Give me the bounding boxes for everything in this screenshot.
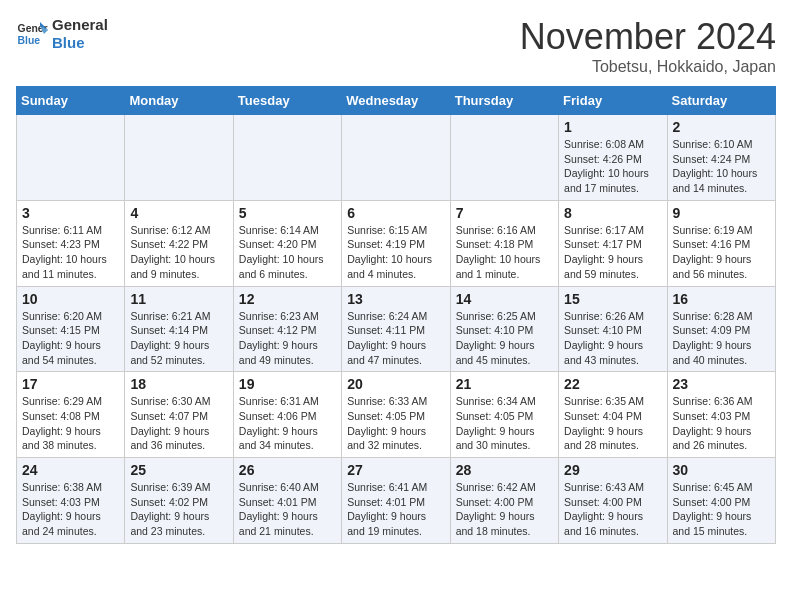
day-number: 15 bbox=[564, 291, 661, 307]
day-cell: 5Sunrise: 6:14 AM Sunset: 4:20 PM Daylig… bbox=[233, 200, 341, 286]
day-cell: 23Sunrise: 6:36 AM Sunset: 4:03 PM Dayli… bbox=[667, 372, 775, 458]
day-info: Sunrise: 6:25 AM Sunset: 4:10 PM Dayligh… bbox=[456, 309, 553, 368]
day-cell: 28Sunrise: 6:42 AM Sunset: 4:00 PM Dayli… bbox=[450, 458, 558, 544]
day-info: Sunrise: 6:30 AM Sunset: 4:07 PM Dayligh… bbox=[130, 394, 227, 453]
title-block: November 2024 Tobetsu, Hokkaido, Japan bbox=[520, 16, 776, 76]
svg-text:Blue: Blue bbox=[18, 35, 41, 46]
day-number: 22 bbox=[564, 376, 661, 392]
day-info: Sunrise: 6:29 AM Sunset: 4:08 PM Dayligh… bbox=[22, 394, 119, 453]
day-cell: 25Sunrise: 6:39 AM Sunset: 4:02 PM Dayli… bbox=[125, 458, 233, 544]
day-info: Sunrise: 6:15 AM Sunset: 4:19 PM Dayligh… bbox=[347, 223, 444, 282]
day-cell: 4Sunrise: 6:12 AM Sunset: 4:22 PM Daylig… bbox=[125, 200, 233, 286]
day-info: Sunrise: 6:21 AM Sunset: 4:14 PM Dayligh… bbox=[130, 309, 227, 368]
day-cell bbox=[17, 115, 125, 201]
day-info: Sunrise: 6:16 AM Sunset: 4:18 PM Dayligh… bbox=[456, 223, 553, 282]
logo-general: General bbox=[52, 16, 108, 34]
day-number: 30 bbox=[673, 462, 770, 478]
day-info: Sunrise: 6:34 AM Sunset: 4:05 PM Dayligh… bbox=[456, 394, 553, 453]
week-row-3: 10Sunrise: 6:20 AM Sunset: 4:15 PM Dayli… bbox=[17, 286, 776, 372]
day-cell: 7Sunrise: 6:16 AM Sunset: 4:18 PM Daylig… bbox=[450, 200, 558, 286]
day-cell: 11Sunrise: 6:21 AM Sunset: 4:14 PM Dayli… bbox=[125, 286, 233, 372]
day-cell: 21Sunrise: 6:34 AM Sunset: 4:05 PM Dayli… bbox=[450, 372, 558, 458]
day-cell: 6Sunrise: 6:15 AM Sunset: 4:19 PM Daylig… bbox=[342, 200, 450, 286]
page-header: General Blue General Blue November 2024 … bbox=[16, 16, 776, 76]
day-info: Sunrise: 6:43 AM Sunset: 4:00 PM Dayligh… bbox=[564, 480, 661, 539]
day-cell: 27Sunrise: 6:41 AM Sunset: 4:01 PM Dayli… bbox=[342, 458, 450, 544]
day-cell: 30Sunrise: 6:45 AM Sunset: 4:00 PM Dayli… bbox=[667, 458, 775, 544]
weekday-header-sunday: Sunday bbox=[17, 87, 125, 115]
calendar-table: SundayMondayTuesdayWednesdayThursdayFrid… bbox=[16, 86, 776, 544]
day-cell: 22Sunrise: 6:35 AM Sunset: 4:04 PM Dayli… bbox=[559, 372, 667, 458]
day-info: Sunrise: 6:33 AM Sunset: 4:05 PM Dayligh… bbox=[347, 394, 444, 453]
weekday-header-thursday: Thursday bbox=[450, 87, 558, 115]
day-cell bbox=[125, 115, 233, 201]
day-cell: 20Sunrise: 6:33 AM Sunset: 4:05 PM Dayli… bbox=[342, 372, 450, 458]
day-info: Sunrise: 6:11 AM Sunset: 4:23 PM Dayligh… bbox=[22, 223, 119, 282]
day-number: 14 bbox=[456, 291, 553, 307]
day-info: Sunrise: 6:45 AM Sunset: 4:00 PM Dayligh… bbox=[673, 480, 770, 539]
day-number: 24 bbox=[22, 462, 119, 478]
day-info: Sunrise: 6:26 AM Sunset: 4:10 PM Dayligh… bbox=[564, 309, 661, 368]
day-info: Sunrise: 6:40 AM Sunset: 4:01 PM Dayligh… bbox=[239, 480, 336, 539]
day-number: 7 bbox=[456, 205, 553, 221]
day-number: 9 bbox=[673, 205, 770, 221]
day-info: Sunrise: 6:42 AM Sunset: 4:00 PM Dayligh… bbox=[456, 480, 553, 539]
day-number: 28 bbox=[456, 462, 553, 478]
week-row-5: 24Sunrise: 6:38 AM Sunset: 4:03 PM Dayli… bbox=[17, 458, 776, 544]
day-info: Sunrise: 6:38 AM Sunset: 4:03 PM Dayligh… bbox=[22, 480, 119, 539]
day-number: 10 bbox=[22, 291, 119, 307]
day-cell: 8Sunrise: 6:17 AM Sunset: 4:17 PM Daylig… bbox=[559, 200, 667, 286]
day-cell: 15Sunrise: 6:26 AM Sunset: 4:10 PM Dayli… bbox=[559, 286, 667, 372]
day-number: 12 bbox=[239, 291, 336, 307]
day-number: 26 bbox=[239, 462, 336, 478]
day-number: 23 bbox=[673, 376, 770, 392]
day-number: 2 bbox=[673, 119, 770, 135]
day-number: 18 bbox=[130, 376, 227, 392]
week-row-4: 17Sunrise: 6:29 AM Sunset: 4:08 PM Dayli… bbox=[17, 372, 776, 458]
day-cell: 17Sunrise: 6:29 AM Sunset: 4:08 PM Dayli… bbox=[17, 372, 125, 458]
day-info: Sunrise: 6:28 AM Sunset: 4:09 PM Dayligh… bbox=[673, 309, 770, 368]
day-cell: 29Sunrise: 6:43 AM Sunset: 4:00 PM Dayli… bbox=[559, 458, 667, 544]
day-info: Sunrise: 6:36 AM Sunset: 4:03 PM Dayligh… bbox=[673, 394, 770, 453]
weekday-header-saturday: Saturday bbox=[667, 87, 775, 115]
day-info: Sunrise: 6:08 AM Sunset: 4:26 PM Dayligh… bbox=[564, 137, 661, 196]
day-number: 1 bbox=[564, 119, 661, 135]
day-number: 6 bbox=[347, 205, 444, 221]
logo-blue: Blue bbox=[52, 34, 108, 52]
day-number: 17 bbox=[22, 376, 119, 392]
day-number: 16 bbox=[673, 291, 770, 307]
day-info: Sunrise: 6:19 AM Sunset: 4:16 PM Dayligh… bbox=[673, 223, 770, 282]
location: Tobetsu, Hokkaido, Japan bbox=[520, 58, 776, 76]
day-info: Sunrise: 6:24 AM Sunset: 4:11 PM Dayligh… bbox=[347, 309, 444, 368]
day-cell: 19Sunrise: 6:31 AM Sunset: 4:06 PM Dayli… bbox=[233, 372, 341, 458]
day-cell bbox=[450, 115, 558, 201]
day-cell: 2Sunrise: 6:10 AM Sunset: 4:24 PM Daylig… bbox=[667, 115, 775, 201]
day-cell: 13Sunrise: 6:24 AM Sunset: 4:11 PM Dayli… bbox=[342, 286, 450, 372]
day-cell: 18Sunrise: 6:30 AM Sunset: 4:07 PM Dayli… bbox=[125, 372, 233, 458]
day-info: Sunrise: 6:41 AM Sunset: 4:01 PM Dayligh… bbox=[347, 480, 444, 539]
day-number: 27 bbox=[347, 462, 444, 478]
weekday-header-row: SundayMondayTuesdayWednesdayThursdayFrid… bbox=[17, 87, 776, 115]
week-row-1: 1Sunrise: 6:08 AM Sunset: 4:26 PM Daylig… bbox=[17, 115, 776, 201]
day-number: 29 bbox=[564, 462, 661, 478]
day-info: Sunrise: 6:35 AM Sunset: 4:04 PM Dayligh… bbox=[564, 394, 661, 453]
day-cell bbox=[342, 115, 450, 201]
day-number: 5 bbox=[239, 205, 336, 221]
day-info: Sunrise: 6:14 AM Sunset: 4:20 PM Dayligh… bbox=[239, 223, 336, 282]
day-cell: 1Sunrise: 6:08 AM Sunset: 4:26 PM Daylig… bbox=[559, 115, 667, 201]
day-number: 8 bbox=[564, 205, 661, 221]
day-info: Sunrise: 6:10 AM Sunset: 4:24 PM Dayligh… bbox=[673, 137, 770, 196]
day-info: Sunrise: 6:31 AM Sunset: 4:06 PM Dayligh… bbox=[239, 394, 336, 453]
day-info: Sunrise: 6:23 AM Sunset: 4:12 PM Dayligh… bbox=[239, 309, 336, 368]
day-cell: 24Sunrise: 6:38 AM Sunset: 4:03 PM Dayli… bbox=[17, 458, 125, 544]
day-number: 4 bbox=[130, 205, 227, 221]
day-info: Sunrise: 6:17 AM Sunset: 4:17 PM Dayligh… bbox=[564, 223, 661, 282]
day-number: 25 bbox=[130, 462, 227, 478]
day-cell: 12Sunrise: 6:23 AM Sunset: 4:12 PM Dayli… bbox=[233, 286, 341, 372]
weekday-header-monday: Monday bbox=[125, 87, 233, 115]
day-cell: 9Sunrise: 6:19 AM Sunset: 4:16 PM Daylig… bbox=[667, 200, 775, 286]
logo-icon: General Blue bbox=[16, 18, 48, 50]
day-number: 21 bbox=[456, 376, 553, 392]
day-info: Sunrise: 6:39 AM Sunset: 4:02 PM Dayligh… bbox=[130, 480, 227, 539]
day-cell: 16Sunrise: 6:28 AM Sunset: 4:09 PM Dayli… bbox=[667, 286, 775, 372]
